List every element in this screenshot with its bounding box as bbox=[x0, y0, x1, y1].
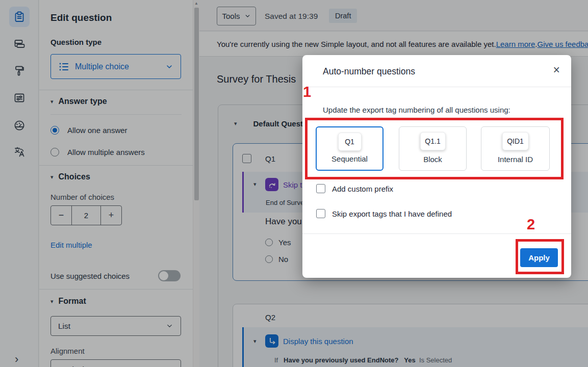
skip-export-tags-row[interactable]: Skip export tags that I have defined bbox=[316, 209, 452, 218]
annotation-box-options bbox=[305, 118, 564, 179]
checkbox-label: Add custom prefix bbox=[332, 185, 393, 193]
divider bbox=[302, 87, 571, 87]
checkbox-unchecked-icon[interactable] bbox=[316, 184, 325, 193]
modal-title: Auto-number questions bbox=[323, 66, 415, 77]
close-icon[interactable]: × bbox=[553, 64, 560, 76]
annotation-box-apply bbox=[516, 239, 564, 274]
checkbox-label: Skip export tags that I have defined bbox=[332, 209, 452, 218]
annotation-step-2: 2 bbox=[527, 216, 535, 233]
modal-description: Update the export tag numbering of all q… bbox=[323, 106, 510, 114]
divider bbox=[302, 233, 571, 234]
annotation-step-1: 1 bbox=[303, 84, 311, 100]
add-custom-prefix-row[interactable]: Add custom prefix bbox=[316, 184, 393, 193]
checkbox-unchecked-icon[interactable] bbox=[316, 209, 325, 218]
qualtrics-survey-builder: › Edit question Question type Multiple c… bbox=[0, 0, 588, 367]
